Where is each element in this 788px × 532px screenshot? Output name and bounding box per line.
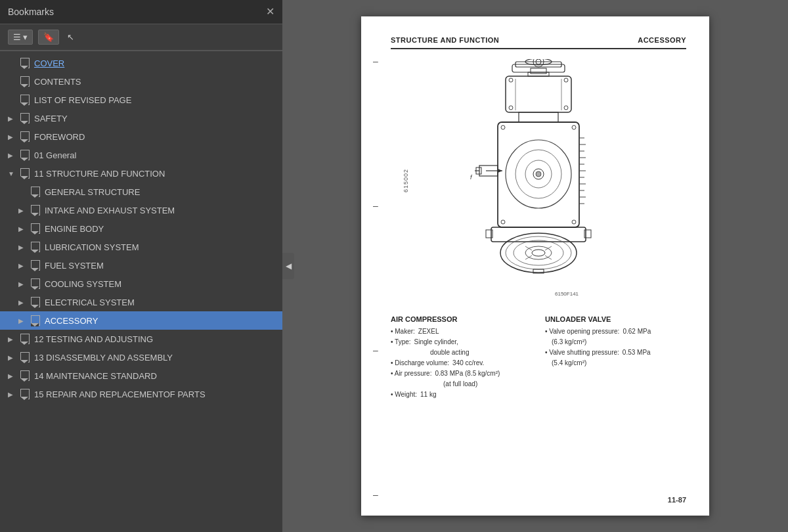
bookmark-01-general[interactable]: ▶ 01 General — [0, 146, 282, 164]
shut-value2: (5.4 kg/cm²) — [552, 358, 586, 368]
ribbon-icon-14-maintenance — [18, 370, 30, 382]
dash-mark-2: – — [373, 200, 378, 211]
bookmarks-header: Bookmarks ✕ — [0, 0, 282, 24]
maker-value: ZEXEL — [418, 326, 439, 337]
ribbon-icon-general-structure — [29, 186, 41, 198]
discharge-label: • Discharge volume: — [391, 358, 449, 368]
ribbon-icon-12-testing — [18, 333, 30, 345]
bookmark-11-structure[interactable]: ▼ 11 STRUCTURE AND FUNCTION — [0, 164, 282, 183]
expand-arrow-contents — [8, 78, 18, 85]
svg-rect-14 — [519, 112, 558, 122]
ribbon-icon-engine-body — [29, 223, 41, 234]
maker-label: • Maker: — [391, 326, 415, 337]
label-01-general: 01 General — [34, 150, 277, 160]
ribbon-icon-15-repair — [18, 388, 30, 400]
weight-value: 11 kg — [420, 389, 436, 400]
pdf-page: – – – – STRUCTURE AND FUNCTION ACCESSORY… — [361, 16, 709, 516]
bookmark-electrical[interactable]: ▶ ELECTRICAL SYSTEM — [0, 293, 282, 311]
label-accessory: ACCESSORY — [45, 316, 277, 326]
svg-point-47 — [514, 240, 563, 265]
svg-rect-5 — [531, 68, 546, 74]
expand-arrow-14-maintenance: ▶ — [8, 372, 18, 380]
discharge-value: 340 cc/rev. — [452, 358, 484, 368]
bookmark-12-testing[interactable]: ▶ 12 TESTING AND ADJUSTING — [0, 330, 282, 348]
svg-text:f: f — [470, 174, 473, 181]
open-pressure-row: • Valve opening pressure: 0.62 MPa — [545, 326, 686, 337]
bookmark-fuel-system[interactable]: ▶ FUEL SYSTEM — [0, 256, 282, 275]
label-11-structure: 11 STRUCTURE AND FUNCTION — [34, 169, 277, 179]
specs-section: AIR COMPRESSOR • Maker: ZEXEL • Type: Si… — [391, 315, 686, 400]
compressor-svg: f — [453, 59, 624, 302]
bookmark-15-repair[interactable]: ▶ 15 REPAIR AND REPLACEMENTOF PARTS — [0, 385, 282, 403]
expand-arrow-fuel-system: ▶ — [18, 262, 29, 269]
expand-arrow-12-testing: ▶ — [8, 336, 18, 343]
pressure-label: • Air pressure: — [391, 368, 431, 379]
maker-row: • Maker: ZEXEL — [391, 326, 532, 337]
svg-line-50 — [525, 246, 532, 250]
svg-rect-42 — [491, 227, 586, 242]
expand-arrow-foreword: ▶ — [8, 133, 18, 141]
expand-arrow-general-structure — [18, 188, 29, 196]
ribbon-icon-accessory — [29, 315, 41, 326]
bookmark-list-revised[interactable]: LIST OF REVISED PAGE — [0, 91, 282, 109]
bookmark-intake-exhaust[interactable]: ▶ INTAKE AND EXHAUST SYSTEM — [0, 201, 282, 219]
label-12-testing: 12 TESTING AND ADJUSTING — [34, 334, 277, 344]
label-15-repair: 15 REPAIR AND REPLACEMENTOF PARTS — [34, 389, 277, 399]
svg-line-53 — [545, 255, 552, 259]
list-view-button[interactable]: ☰ ▾ — [8, 30, 33, 45]
bookmark-safety[interactable]: ▶ SAFETY — [0, 109, 282, 127]
bookmark-lubrication[interactable]: ▶ LUBRICATION SYSTEM — [0, 238, 282, 256]
expand-arrow-accessory: ▶ — [18, 317, 29, 324]
pdf-content: 615002 — [391, 56, 686, 493]
bookmark-general-structure[interactable]: GENERAL STRUCTURE — [0, 183, 282, 201]
bookmark-accessory[interactable]: ▶ ACCESSORY — [0, 311, 282, 330]
ribbon-icon-13-disassembly — [18, 351, 30, 363]
expand-arrow-15-repair: ▶ — [8, 391, 18, 398]
ribbon-icon-01-general — [18, 149, 30, 161]
pdf-viewer: ◀ – – – – STRUCTURE AND FUNCTION ACCESSO… — [282, 0, 788, 532]
label-fuel-system: FUEL SYSTEM — [45, 261, 277, 271]
svg-point-30 — [572, 220, 576, 224]
expand-arrow-13-disassembly: ▶ — [8, 354, 18, 361]
compressor-figure: 615002 — [391, 59, 686, 302]
shut-pressure-row: • Valve shutting pressure: 0.53 MPa — [545, 347, 686, 358]
discharge-row: • Discharge volume: 340 cc/rev. — [391, 358, 532, 368]
label-electrical: ELECTRICAL SYSTEM — [45, 298, 277, 307]
bookmark-contents[interactable]: CONTENTS — [0, 72, 282, 91]
bookmark-foreword[interactable]: ▶ FOREWORD — [0, 127, 282, 146]
ribbon-icon-fuel-system — [29, 259, 41, 271]
close-button[interactable]: ✕ — [266, 7, 274, 17]
pdf-page-number: 11-87 — [668, 496, 686, 504]
bookmark-icon: 🔖 — [43, 32, 54, 42]
unloader-valve-title: UNLOADER VALVE — [545, 315, 686, 323]
open-value2: (6.3 kg/cm²) — [552, 337, 586, 347]
bookmark-icon-button[interactable]: 🔖 — [38, 30, 59, 45]
expand-arrow-safety: ▶ — [8, 115, 18, 122]
ribbon-icon-lubrication — [29, 241, 41, 253]
pressure-value: 0.83 MPa (8.5 kg/cm²) — [435, 368, 500, 379]
pdf-header-left: STRUCTURE AND FUNCTION — [391, 36, 499, 44]
pressure-note-row: (at full load) — [391, 379, 532, 389]
svg-text:6150F141: 6150F141 — [555, 291, 579, 297]
pressure-note: (at full load) — [443, 379, 477, 389]
svg-point-27 — [501, 125, 505, 129]
label-contents: CONTENTS — [34, 77, 277, 87]
svg-point-29 — [501, 220, 505, 224]
collapse-panel-button[interactable]: ◀ — [282, 253, 294, 279]
bookmark-cooling[interactable]: ▶ COOLING SYSTEM — [0, 275, 282, 293]
weight-row: • Weight: 11 kg — [391, 389, 532, 400]
svg-point-48 — [525, 246, 552, 259]
bookmark-cover[interactable]: COVER — [0, 54, 282, 72]
ribbon-icon-foreword — [18, 131, 30, 143]
bookmark-engine-body[interactable]: ▶ ENGINE BODY — [0, 219, 282, 238]
bookmark-14-maintenance[interactable]: ▶ 14 MAINTENANCE STANDARD — [0, 366, 282, 385]
expand-arrow-intake-exhaust: ▶ — [18, 207, 29, 214]
label-general-structure: GENERAL STRUCTURE — [45, 187, 277, 197]
type-row: • Type: Single cylinder, — [391, 337, 532, 347]
cursor-icon: ↖ — [67, 32, 74, 42]
ribbon-icon-cover — [18, 57, 30, 69]
open-value: 0.62 MPa — [623, 326, 651, 337]
type-value: Single cylinder, — [414, 337, 458, 347]
svg-line-52 — [525, 255, 532, 259]
bookmark-13-disassembly[interactable]: ▶ 13 DISASSEMBLY AND ASSEMBLY — [0, 348, 282, 366]
